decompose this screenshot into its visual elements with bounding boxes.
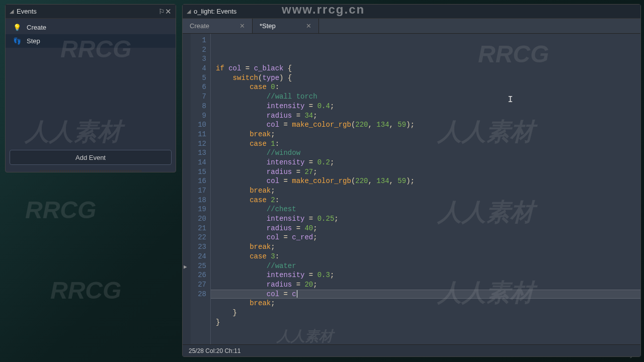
event-item-step[interactable]: 👣 Step [6, 34, 176, 48]
code-line[interactable]: //water [216, 261, 640, 271]
add-event-button[interactable]: Add Event [10, 150, 172, 165]
line-number: 19 [191, 205, 206, 214]
line-number: 24 [191, 252, 206, 261]
code-line[interactable]: switch(type) { [216, 73, 640, 83]
event-list: 💡 Create 👣 Step [6, 19, 176, 147]
panel-corner-icon: ◢ [10, 8, 14, 15]
code-line[interactable]: break; [216, 130, 640, 139]
code-area[interactable]: ▶ 12345678910111213141516171819202122232… [183, 34, 640, 344]
code-content[interactable]: I if col = c_black { switch(type) { case… [211, 34, 640, 344]
code-line[interactable]: radius = 34; [216, 111, 640, 121]
tab-label: *Step [260, 22, 276, 30]
line-number: 20 [191, 214, 206, 224]
bulb-icon: 💡 [13, 24, 22, 31]
tab-step[interactable]: *Step ✕ [253, 19, 319, 33]
watermark-rrcg: RRCG [50, 277, 121, 304]
event-item-create[interactable]: 💡 Create [6, 21, 176, 34]
code-line[interactable]: case 3: [216, 252, 640, 261]
code-line[interactable]: case 0: [216, 82, 640, 92]
code-line[interactable]: col = make_color_rgb(220, 134, 59); [216, 176, 640, 186]
code-line[interactable]: intensity = 0.4; [216, 102, 640, 111]
code-line[interactable]: col = make_color_rgb(220, 134, 59); [216, 120, 640, 130]
event-item-label: Create [27, 24, 46, 31]
code-line[interactable]: radius = 40; [216, 224, 640, 233]
line-number: 9 [191, 111, 206, 121]
line-number: 13 [191, 148, 206, 158]
execution-arrow-icon: ▶ [184, 262, 187, 272]
code-line[interactable]: //window [216, 148, 640, 158]
line-number: 4 [191, 64, 206, 73]
editor-status-bar: 25/28 Col:20 Ch:11 [183, 344, 640, 356]
code-line[interactable]: break; [216, 242, 640, 252]
line-number: 22 [191, 233, 206, 242]
line-number: 3 [191, 54, 206, 64]
line-number: 14 [191, 158, 206, 167]
step-icon: 👣 [13, 37, 22, 45]
line-number: 28 [191, 290, 206, 299]
events-panel: ◢ Events ⚐ ✕ 💡 Create 👣 Step Add Event [5, 4, 176, 172]
breakpoint-gutter[interactable]: ▶ [183, 34, 191, 344]
editor-tabs: Create ✕ *Step ✕ [183, 19, 640, 34]
cursor-position: 25/28 Col:20 Ch:11 [189, 347, 240, 354]
code-line[interactable]: if col = c_black { [216, 64, 640, 73]
line-number: 6 [191, 82, 206, 92]
text-cursor-icon: I [508, 95, 513, 105]
editor-panel: ◢ o_light: Events Create ✕ *Step ✕ ▶ 123… [182, 4, 641, 357]
line-number: 12 [191, 139, 206, 149]
code-line[interactable]: break; [216, 186, 640, 196]
code-line[interactable]: } [216, 318, 640, 327]
line-number: 10 [191, 120, 206, 130]
code-line[interactable]: col = c_red; [216, 233, 640, 242]
line-number: 17 [191, 186, 206, 196]
panel-grabber[interactable] [40, 170, 142, 172]
line-number: 7 [191, 92, 206, 102]
events-panel-title: Events [17, 8, 68, 15]
line-number: 15 [191, 167, 206, 177]
code-line[interactable]: col = c [216, 290, 640, 299]
editor-header: ◢ o_light: Events [183, 5, 640, 19]
line-number: 16 [191, 176, 206, 186]
code-line[interactable]: break; [216, 299, 640, 308]
line-number: 11 [191, 130, 206, 139]
close-icon[interactable]: ✕ [165, 7, 172, 16]
panel-corner-icon: ◢ [187, 8, 191, 15]
line-number: 8 [191, 102, 206, 111]
code-line[interactable]: } [216, 308, 640, 318]
code-line[interactable]: intensity = 0.2; [216, 158, 640, 167]
tab-label: Create [190, 22, 209, 30]
tab-create[interactable]: Create ✕ [183, 19, 253, 33]
line-number: 21 [191, 224, 206, 233]
line-number: 27 [191, 280, 206, 290]
line-number: 25 [191, 261, 206, 271]
line-number: 1 [191, 36, 206, 45]
watermark-rrcg: RRCG [25, 196, 96, 224]
code-line[interactable]: //chest [216, 205, 640, 214]
code-line[interactable]: intensity = 0.25; [216, 214, 640, 224]
line-number: 2 [191, 45, 206, 55]
code-line[interactable]: intensity = 0.3; [216, 270, 640, 280]
line-number-gutter: 1234567891011121314151617181920212223242… [191, 34, 211, 344]
code-line[interactable]: radius = 20; [216, 280, 640, 290]
code-line[interactable]: case 2: [216, 196, 640, 205]
text-caret [297, 290, 297, 298]
line-number: 26 [191, 270, 206, 280]
flag-icon[interactable]: ⚐ [158, 8, 165, 16]
line-number: 5 [191, 73, 206, 83]
line-number: 23 [191, 242, 206, 252]
event-item-label: Step [27, 37, 40, 45]
code-line[interactable]: case 1: [216, 139, 640, 149]
tab-close-icon[interactable]: ✕ [239, 22, 245, 30]
code-line[interactable]: radius = 27; [216, 167, 640, 177]
line-number: 18 [191, 196, 206, 205]
code-line[interactable]: //wall torch [216, 92, 640, 102]
tab-close-icon[interactable]: ✕ [306, 22, 311, 30]
editor-title: o_light: Events [194, 8, 236, 15]
events-panel-header: ◢ Events ⚐ ✕ [6, 5, 176, 19]
